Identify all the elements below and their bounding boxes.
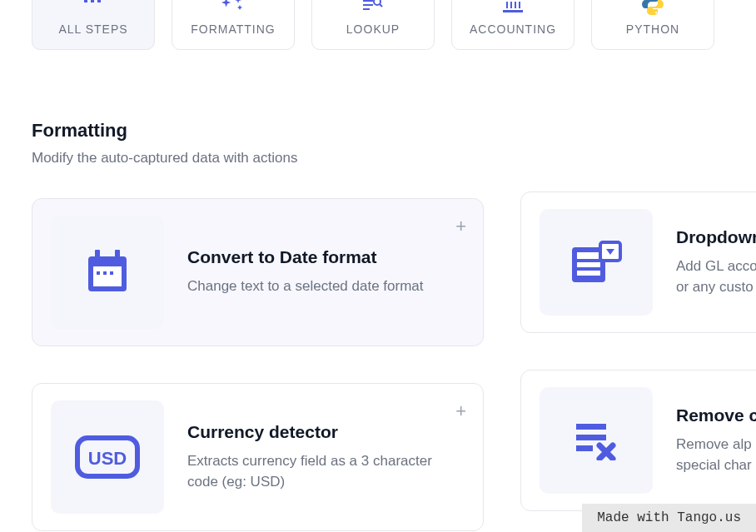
tab-label: PYTHON bbox=[626, 22, 679, 36]
svg-rect-4 bbox=[363, 4, 373, 6]
card-icon-box bbox=[540, 387, 653, 494]
section-subtitle: Modify the auto-captured data with actio… bbox=[32, 150, 724, 167]
svg-rect-5 bbox=[363, 8, 370, 10]
svg-rect-13 bbox=[503, 10, 523, 12]
card-remove-characters[interactable]: Remove c Remove alp special char bbox=[520, 370, 756, 511]
tabs-row: ALL STEPS FORMATTING LOOKUP ACCOUNTING P… bbox=[0, 0, 756, 50]
section-title: Formatting bbox=[32, 120, 724, 142]
card-desc: Remove alp special char bbox=[676, 434, 756, 476]
tab-all-steps[interactable]: ALL STEPS bbox=[32, 0, 155, 50]
usd-icon: USD bbox=[75, 435, 140, 479]
tab-label: ALL STEPS bbox=[58, 22, 127, 36]
search-doc-icon bbox=[363, 0, 383, 14]
svg-rect-17 bbox=[93, 266, 122, 286]
card-content: Convert to Date format Change text to a … bbox=[187, 247, 465, 297]
card-dropdown[interactable]: Dropdown Add GL acco or any custo bbox=[520, 191, 756, 333]
svg-rect-28 bbox=[577, 271, 600, 276]
card-desc: Add GL acco or any custo bbox=[676, 256, 756, 298]
tab-label: FORMATTING bbox=[191, 22, 276, 36]
card-title: Convert to Date format bbox=[187, 247, 465, 267]
svg-point-6 bbox=[374, 0, 380, 5]
svg-rect-31 bbox=[576, 435, 606, 440]
dropdown-icon bbox=[569, 239, 624, 286]
svg-rect-22 bbox=[110, 271, 113, 275]
tab-label: ACCOUNTING bbox=[470, 22, 556, 36]
svg-rect-21 bbox=[103, 271, 107, 275]
card-currency-detector[interactable]: USD Currency detector Extracts currency … bbox=[32, 383, 484, 531]
card-desc: Extracts currency field as a 3 character… bbox=[187, 450, 465, 493]
sparkle-icon bbox=[221, 0, 245, 14]
remove-text-icon bbox=[573, 420, 619, 460]
svg-point-15 bbox=[655, 12, 657, 13]
svg-rect-26 bbox=[577, 252, 600, 259]
right-cards-column: Dropdown Add GL acco or any custo Remove… bbox=[520, 191, 756, 511]
svg-rect-0 bbox=[84, 0, 87, 2]
card-content: Dropdown Add GL acco or any custo bbox=[676, 227, 756, 298]
svg-rect-30 bbox=[576, 424, 606, 430]
svg-line-7 bbox=[380, 4, 382, 7]
svg-rect-2 bbox=[97, 0, 101, 2]
svg-rect-3 bbox=[363, 0, 373, 2]
card-icon-box bbox=[540, 209, 653, 316]
card-icon-box bbox=[51, 216, 164, 329]
card-title: Dropdown bbox=[676, 227, 756, 247]
svg-rect-9 bbox=[506, 2, 508, 8]
card-content: Currency detector Extracts currency fiel… bbox=[187, 422, 465, 493]
grid-icon bbox=[84, 0, 102, 14]
watermark: Made with Tango.us bbox=[582, 504, 756, 532]
svg-rect-10 bbox=[510, 2, 512, 8]
card-icon-box: USD bbox=[51, 400, 164, 514]
tab-python[interactable]: PYTHON bbox=[591, 0, 714, 50]
card-title: Remove c bbox=[676, 405, 756, 425]
plus-icon[interactable]: + bbox=[455, 216, 466, 237]
svg-rect-18 bbox=[95, 250, 100, 260]
card-content: Remove c Remove alp special char bbox=[676, 405, 756, 476]
svg-rect-27 bbox=[577, 262, 600, 267]
svg-rect-1 bbox=[91, 0, 94, 2]
tab-accounting[interactable]: ACCOUNTING bbox=[451, 0, 574, 50]
card-title: Currency detector bbox=[187, 422, 465, 442]
tab-lookup[interactable]: LOOKUP bbox=[311, 0, 435, 50]
plus-icon[interactable]: + bbox=[455, 400, 466, 422]
python-icon bbox=[640, 0, 665, 14]
svg-rect-32 bbox=[576, 445, 593, 451]
svg-rect-11 bbox=[515, 2, 516, 8]
calendar-icon bbox=[82, 246, 133, 298]
card-convert-date[interactable]: Convert to Date format Change text to a … bbox=[32, 198, 484, 346]
svg-rect-12 bbox=[519, 2, 520, 8]
svg-rect-20 bbox=[97, 271, 100, 275]
svg-rect-19 bbox=[115, 250, 120, 260]
accounting-icon bbox=[503, 0, 523, 14]
tab-formatting[interactable]: FORMATTING bbox=[172, 0, 295, 50]
svg-text:USD: USD bbox=[88, 448, 127, 469]
tab-label: LOOKUP bbox=[346, 22, 400, 36]
card-desc: Change text to a selected date format bbox=[187, 276, 465, 297]
